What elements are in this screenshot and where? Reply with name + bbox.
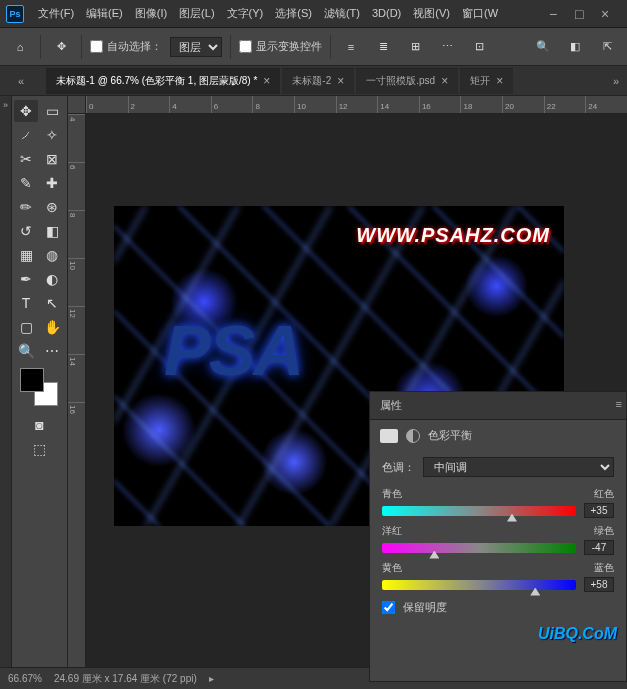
document-tab[interactable]: 矩开×	[460, 68, 513, 94]
share-icon[interactable]: ⇱	[595, 35, 619, 59]
slider-label-left: 黄色	[382, 561, 402, 575]
toolbox: ✥▭ ⟋✧ ✂⊠ ✎✚ ✏⊛ ↺◧ ▦◍ ✒◐ T↖ ▢✋ 🔍⋯ ◙ ⬚	[12, 96, 68, 667]
brush-tool[interactable]: ✏	[14, 196, 38, 218]
auto-select-dropdown[interactable]: 图层	[170, 37, 222, 57]
heal-tool[interactable]: ✚	[40, 172, 64, 194]
tab-close-icon[interactable]: ×	[496, 74, 503, 88]
more-icon[interactable]: ⋯	[435, 35, 459, 59]
dodge-tool[interactable]: ◐	[40, 268, 64, 290]
move-tool-icon[interactable]: ✥	[49, 35, 73, 59]
pen-tool[interactable]: ✒	[14, 268, 38, 290]
tone-label: 色调：	[382, 460, 415, 475]
tabs-chevron-left-icon[interactable]: «	[18, 75, 24, 87]
panel-menu-icon[interactable]: ≡	[616, 398, 622, 410]
tab-label: 矩开	[470, 74, 490, 88]
gradient-tool[interactable]: ▦	[14, 244, 38, 266]
tone-dropdown[interactable]: 中间调	[423, 457, 614, 477]
document-tabs: « 未标题-1 @ 66.7% (色彩平衡 1, 图层蒙版/8) *×未标题-2…	[0, 66, 627, 96]
menu-items: 文件(F)编辑(E)图像(I)图层(L)文字(Y)选择(S)滤镜(T)3D(D)…	[32, 6, 504, 21]
document-tab[interactable]: 未标题-2×	[282, 68, 354, 94]
quickmask-tool[interactable]: ◙	[28, 414, 52, 436]
slider-thumb[interactable]	[429, 551, 439, 559]
slider-value[interactable]: +58	[584, 577, 614, 592]
adjustment-icon	[380, 429, 398, 443]
crop-tool[interactable]: ✂	[14, 148, 38, 170]
panel-title: 色彩平衡	[428, 428, 472, 443]
eyedropper-tool[interactable]: ✎	[14, 172, 38, 194]
align-icon[interactable]: ≣	[371, 35, 395, 59]
path-select-tool[interactable]: ↖	[40, 292, 64, 314]
slider-track[interactable]	[382, 580, 576, 590]
slider-thumb[interactable]	[530, 588, 540, 596]
slider-track[interactable]	[382, 506, 576, 516]
document-dimensions: 24.69 厘米 x 17.64 厘米 (72 ppi)	[54, 672, 197, 686]
menu-item[interactable]: 视图(V)	[407, 3, 456, 23]
tab-close-icon[interactable]: ×	[441, 74, 448, 88]
slider-thumb[interactable]	[507, 514, 517, 522]
home-icon[interactable]: ⌂	[8, 35, 32, 59]
slider-label-left: 青色	[382, 487, 402, 501]
app-icon: Ps	[6, 5, 24, 23]
close-button[interactable]: ×	[601, 8, 613, 20]
tab-close-icon[interactable]: ×	[337, 74, 344, 88]
minimize-button[interactable]: −	[549, 8, 561, 20]
frame-tool[interactable]: ⊠	[40, 148, 64, 170]
menu-item[interactable]: 文字(Y)	[221, 3, 270, 23]
magic-wand-tool[interactable]: ✧	[40, 124, 64, 146]
slider-label-left: 洋红	[382, 524, 402, 538]
panel-collapse-strip[interactable]: »	[0, 96, 12, 667]
menu-item[interactable]: 图像(I)	[129, 3, 173, 23]
ruler-corner	[68, 96, 86, 114]
screenmode-tool[interactable]: ⬚	[28, 438, 52, 460]
options-bar: ⌂ ✥ 自动选择： 图层 显示变换控件 ≡ ≣ ⊞ ⋯ ⊡ 🔍 ◧ ⇱	[0, 28, 627, 66]
zoom-level[interactable]: 66.67%	[8, 673, 42, 684]
slider-value[interactable]: -47	[584, 540, 614, 555]
show-transform-checkbox[interactable]: 显示变换控件	[239, 39, 322, 54]
menu-item[interactable]: 图层(L)	[173, 3, 220, 23]
tabs-chevron-right-icon[interactable]: »	[605, 75, 627, 87]
menu-item[interactable]: 文件(F)	[32, 3, 80, 23]
status-chevron-icon[interactable]: ▸	[209, 673, 214, 684]
document-tab[interactable]: 未标题-1 @ 66.7% (色彩平衡 1, 图层蒙版/8) *×	[46, 68, 280, 94]
eraser-tool[interactable]: ◧	[40, 220, 64, 242]
slider-track[interactable]	[382, 543, 576, 553]
tab-label: 未标题-1 @ 66.7% (色彩平衡 1, 图层蒙版/8) *	[56, 74, 257, 88]
menu-item[interactable]: 滤镜(T)	[318, 3, 366, 23]
slider-label-right: 绿色	[594, 524, 614, 538]
hand-tool[interactable]: ✋	[40, 316, 64, 338]
lasso-tool[interactable]: ⟋	[14, 124, 38, 146]
align-icon[interactable]: ≡	[339, 35, 363, 59]
history-brush-tool[interactable]: ↺	[14, 220, 38, 242]
shape-tool[interactable]: ▢	[14, 316, 38, 338]
preserve-luminosity-label: 保留明度	[403, 600, 447, 615]
move-tool[interactable]: ✥	[14, 100, 38, 122]
auto-select-checkbox[interactable]: 自动选择：	[90, 39, 162, 54]
color-slider-row: 青色 红色 +35	[370, 483, 626, 520]
more-tools[interactable]: ⋯	[40, 340, 64, 362]
distribute-icon[interactable]: ⊞	[403, 35, 427, 59]
color-swatches[interactable]	[20, 368, 60, 408]
panel-header: 色彩平衡	[370, 420, 626, 451]
slider-label-right: 红色	[594, 487, 614, 501]
preserve-luminosity-checkbox[interactable]	[382, 601, 395, 614]
zoom-tool[interactable]: 🔍	[14, 340, 38, 362]
menu-item[interactable]: 编辑(E)	[80, 3, 129, 23]
mode-icon[interactable]: ⊡	[467, 35, 491, 59]
menu-item[interactable]: 窗口(W	[456, 3, 504, 23]
preserve-luminosity-row[interactable]: 保留明度	[370, 594, 626, 621]
tab-close-icon[interactable]: ×	[263, 74, 270, 88]
panel-tab-properties[interactable]: 属性 ≡	[370, 392, 626, 420]
marquee-tool[interactable]: ▭	[40, 100, 64, 122]
text-tool[interactable]: T	[14, 292, 38, 314]
slider-value[interactable]: +35	[584, 503, 614, 518]
view-icon[interactable]: ◧	[563, 35, 587, 59]
menu-item[interactable]: 3D(D)	[366, 3, 407, 23]
maximize-button[interactable]: □	[575, 8, 587, 20]
foreground-swatch[interactable]	[20, 368, 44, 392]
document-tab[interactable]: 一寸照模版.psd×	[356, 68, 458, 94]
tone-row: 色调： 中间调	[370, 451, 626, 483]
search-icon[interactable]: 🔍	[531, 35, 555, 59]
blur-tool[interactable]: ◍	[40, 244, 64, 266]
stamp-tool[interactable]: ⊛	[40, 196, 64, 218]
menu-item[interactable]: 选择(S)	[269, 3, 318, 23]
